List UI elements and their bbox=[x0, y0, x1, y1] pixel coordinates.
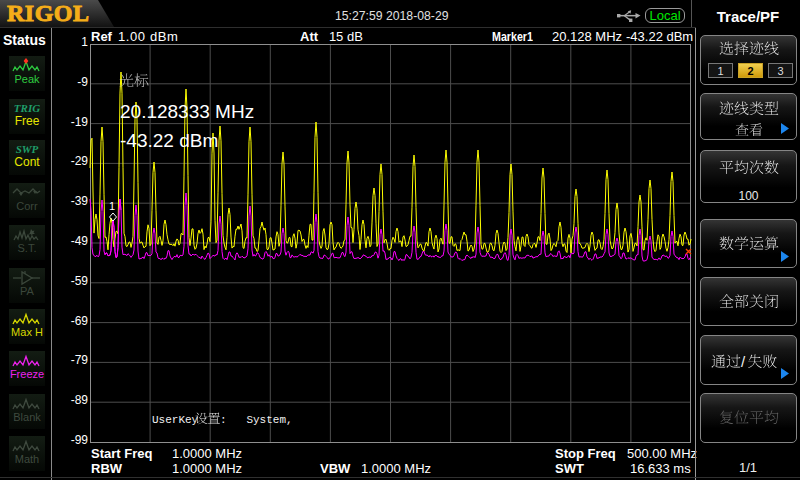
svg-text:1: 1 bbox=[109, 200, 115, 212]
svg-text:/: / bbox=[741, 354, 746, 370]
